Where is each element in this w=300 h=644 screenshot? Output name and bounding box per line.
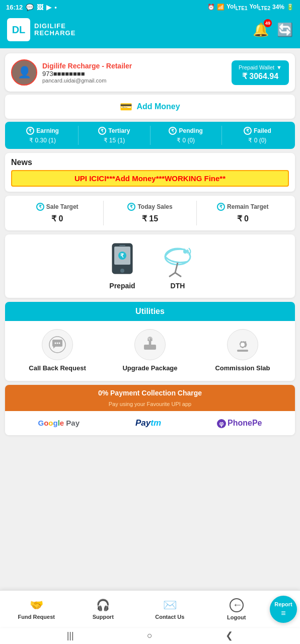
rupee-icon-2: ₹	[98, 127, 106, 135]
svg-point-14	[59, 343, 60, 344]
add-money-button[interactable]: 💳 Add Money	[120, 101, 180, 113]
add-money-label: Add Money	[136, 102, 180, 111]
dth-label: DTH	[171, 282, 185, 290]
stat-tertiary[interactable]: ₹ Tertiary ₹ 15 (1)	[79, 126, 150, 145]
status-bar-left: 16:12 💬 🖼 ▶ •	[6, 4, 57, 11]
add-money-icon: 💳	[120, 101, 132, 113]
back-button[interactable]: ❮	[226, 630, 233, 641]
home-button[interactable]: ○	[147, 630, 153, 641]
upgrade-icon: ₹	[134, 329, 166, 360]
stat-pending-value: ₹ 0 (0)	[153, 137, 219, 144]
contact-label: Contact Us	[155, 614, 184, 620]
nav-fund-request[interactable]: 🤝 Fund Request	[3, 599, 70, 620]
status-bar: 16:12 💬 🖼 ▶ • ⏰ 📶 YolLTE1 YolLTE2 34% 🔋	[0, 0, 300, 14]
target-remain: ₹ Remain Target ₹ 0	[197, 201, 289, 225]
dot-icon: •	[54, 4, 57, 11]
app-sub: RECHARGE	[34, 30, 76, 37]
paytm-logo: Paytm	[135, 418, 161, 428]
target-today-value: ₹ 15	[106, 214, 194, 223]
service-dth[interactable]: DTH	[160, 243, 195, 290]
svg-point-10	[183, 250, 187, 254]
utilities-grid: Call Back Request ₹ Upgrade Package	[5, 321, 295, 381]
svg-line-9	[175, 273, 181, 277]
target-sale-value: ₹ 0	[13, 214, 101, 223]
recent-apps-button[interactable]: |||	[67, 630, 74, 641]
stat-pending[interactable]: ₹ Pending ₹ 0 (0)	[151, 126, 222, 145]
nav-support[interactable]: 🎧 Support	[70, 599, 137, 620]
target-icon-3: ₹	[217, 203, 225, 211]
target-remain-value: ₹ 0	[199, 214, 287, 223]
utility-upgrade[interactable]: ₹ Upgrade Package	[104, 329, 196, 373]
report-fab-label: Report	[274, 601, 292, 607]
notification-button[interactable]: 🔔 49	[253, 22, 269, 38]
rupee-icon-3: ₹	[169, 127, 177, 135]
logo-area: DL DIGILIFE RECHARGE	[7, 18, 76, 41]
wallet-label: Prepaid Wallet ▼	[239, 64, 282, 70]
user-name: Digilife Recharge - Retailer	[42, 62, 132, 70]
logo-text: DIGILIFE RECHARGE	[34, 23, 76, 37]
utilities-title: Utilities	[135, 307, 165, 315]
upgrade-label: Upgrade Package	[122, 364, 177, 373]
hamburger-icon: ≡	[281, 609, 285, 618]
alarm-icon: ⏰	[207, 4, 215, 11]
payment-banner-title: 0% Payment Collection Charge	[5, 385, 295, 401]
svg-text:₹: ₹	[148, 338, 151, 341]
stats-row: ₹ Earning ₹ 0.30 (1) ₹ Tertiary ₹ 15 (1)…	[5, 122, 295, 149]
user-info: 👤 Digilife Recharge - Retailer 973■■■■■■…	[11, 59, 132, 86]
battery-percent: 34%	[272, 4, 284, 11]
logout-icon: ↑	[230, 598, 244, 612]
status-bar-right: ⏰ 📶 YolLTE1 YolLTE2 34% 🔋	[207, 3, 294, 11]
wifi-icon: 📶	[217, 4, 224, 11]
dropdown-icon: ▼	[276, 64, 282, 70]
prepaid-icon: ₹	[105, 243, 140, 278]
utility-commission[interactable]: Commission Slab	[196, 329, 289, 373]
header-icons: 🔔 49 🔄	[253, 22, 293, 38]
support-label: Support	[93, 614, 114, 620]
notif-badge: 49	[264, 19, 272, 27]
commission-label: Commission Slab	[215, 364, 270, 373]
svg-line-8	[169, 273, 175, 277]
svg-rect-3	[119, 245, 125, 246]
svg-point-2	[120, 269, 124, 273]
dth-icon	[160, 243, 195, 278]
stat-failed-value: ₹ 0 (0)	[224, 137, 291, 144]
media-icon: ▶	[46, 4, 51, 11]
signal2-icon: YolLTE2	[249, 3, 270, 11]
payment-banner: 0% Payment Collection Charge Pay using y…	[5, 385, 295, 435]
report-fab[interactable]: Report ≡	[270, 596, 297, 623]
signal1-icon: YolLTE1	[227, 3, 248, 11]
callback-icon	[42, 329, 73, 360]
service-prepaid[interactable]: ₹ Prepaid	[105, 243, 140, 290]
stat-earning[interactable]: ₹ Earning ₹ 0.30 (1)	[7, 126, 79, 145]
prepaid-label: Prepaid	[109, 282, 135, 290]
utility-callback[interactable]: Call Back Request	[11, 329, 104, 373]
user-details: Digilife Recharge - Retailer 973■■■■■■■■…	[42, 62, 132, 84]
stat-earning-value: ₹ 0.30 (1)	[9, 137, 76, 144]
payment-logos: Google Pay Paytm φPhonePe	[5, 411, 295, 435]
logout-label: Logout	[227, 614, 246, 620]
user-card: 👤 Digilife Recharge - Retailer 973■■■■■■…	[5, 53, 295, 92]
wallet-box[interactable]: Prepaid Wallet ▼ ₹ 3064.94	[232, 60, 289, 85]
payment-banner-subtitle: Pay using your Favourite UPI app	[5, 401, 295, 411]
nav-spacer	[0, 439, 300, 490]
support-icon: 🎧	[96, 599, 110, 612]
stat-tertiary-value: ₹ 15 (1)	[81, 137, 147, 144]
stat-failed[interactable]: ₹ Failed ₹ 0 (0)	[222, 126, 293, 145]
fund-request-label: Fund Request	[18, 614, 55, 620]
news-card: News UPI ICICI***Add Money***WORKING Fin…	[5, 153, 295, 192]
app-name: DIGILIFE	[34, 23, 76, 30]
rupee-icon-1: ₹	[26, 127, 34, 135]
nav-contact-us[interactable]: ✉️ Contact Us	[136, 599, 203, 620]
refresh-icon[interactable]: 🔄	[277, 22, 293, 38]
status-time: 16:12	[6, 4, 23, 11]
target-icon-2: ₹	[127, 203, 135, 211]
news-title: News	[11, 158, 289, 167]
nav-logout[interactable]: ↑ Logout	[203, 598, 270, 620]
svg-point-12	[55, 343, 56, 344]
target-today: ₹ Today Sales ₹ 15	[104, 201, 196, 225]
phonepe-logo: φPhonePe	[217, 419, 262, 428]
bottom-nav: 🤝 Fund Request 🎧 Support ✉️ Contact Us ↑…	[0, 590, 300, 627]
target-sale: ₹ Sale Target ₹ 0	[11, 201, 104, 225]
contact-icon: ✉️	[163, 599, 177, 612]
wallet-amount: ₹ 3064.94	[239, 71, 282, 81]
